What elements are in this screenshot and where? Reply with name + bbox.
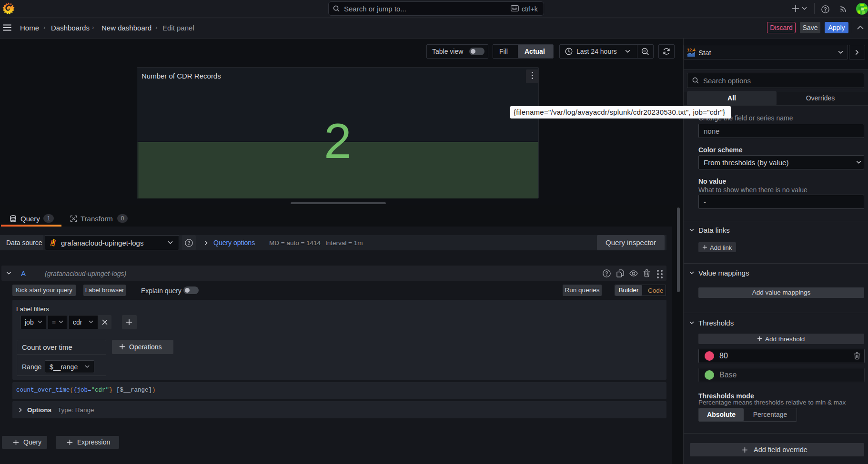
svg-text:12.4: 12.4 — [687, 48, 696, 52]
